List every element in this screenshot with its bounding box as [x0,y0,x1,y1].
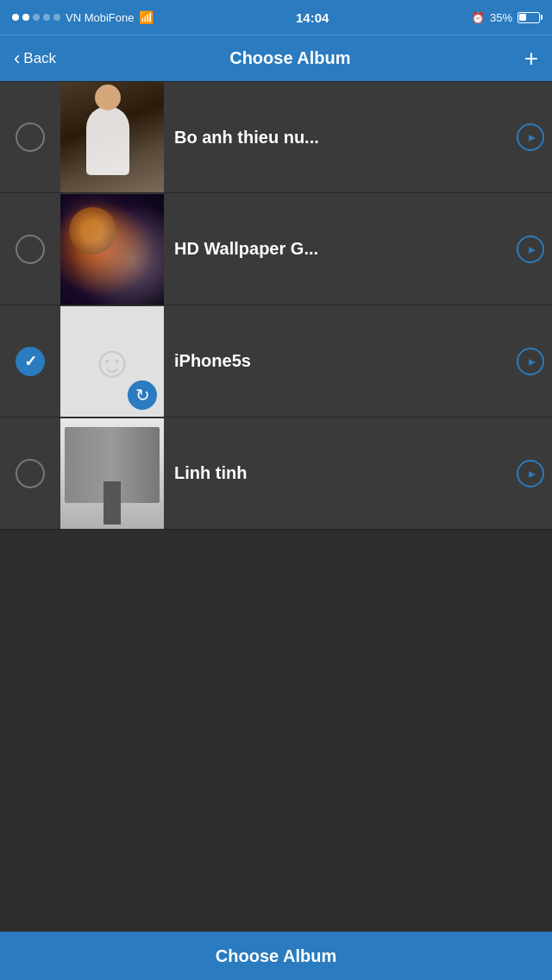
album-chevron-1[interactable]: ▸ [509,123,552,151]
back-chevron-icon: ‹ [14,47,20,70]
album-chevron-3[interactable]: ▸ [509,348,552,375]
album-info-2: HD Wallpaper G... [164,239,509,259]
sync-icon: ↻ [135,385,150,405]
wifi-icon: 📶 [139,10,154,24]
page-title: Choose Album [229,48,350,68]
album-thumbnail-4 [60,418,164,529]
chevron-button-2: ▸ [517,236,544,263]
album-name-4: Linh tinh [174,463,247,483]
album-list: Bo anh thieu nu... ▸ HD Wallpaper G... ▸… [0,81,552,530]
album-chevron-2[interactable]: ▸ [509,236,552,263]
album-select-1[interactable] [0,122,60,152]
album-info-1: Bo anh thieu nu... [164,128,509,148]
carrier-label: VN MobiFone [66,11,134,24]
sync-badge: ↻ [126,379,159,411]
list-item[interactable]: Bo anh thieu nu... ▸ [0,81,552,193]
status-left: VN MobiFone 📶 [12,10,154,24]
battery-icon [518,12,540,23]
signal-dots [12,14,60,21]
status-right: ⏰ 35% [471,11,540,24]
album-chevron-4[interactable]: ▸ [509,460,552,487]
back-button[interactable]: ‹ Back [14,47,56,70]
radio-circle-1 [16,122,45,152]
signal-dot-2 [22,14,29,21]
smiley-icon: ☺ [89,339,135,384]
list-item[interactable]: HD Wallpaper G... ▸ [0,193,552,305]
album-select-3[interactable]: ✓ [0,347,60,376]
bottom-title: Choose Album [216,946,336,966]
album-info-4: Linh tinh [164,463,509,483]
add-button[interactable]: + [524,47,538,71]
list-item[interactable]: ✓ ☺ ↻ iPhone5s ▸ [0,305,552,418]
chevron-arrow-icon-2: ▸ [529,242,535,256]
album-select-4[interactable] [0,459,60,488]
signal-dot-1 [12,14,19,21]
alarm-icon: ⏰ [471,11,485,24]
signal-dot-4 [43,14,50,21]
check-circle-3: ✓ [16,347,45,376]
chevron-button-4: ▸ [517,460,544,487]
chevron-button-1: ▸ [517,123,544,151]
nav-bar: ‹ Back Choose Album + [0,35,552,81]
chevron-arrow-icon-3: ▸ [529,355,535,368]
signal-dot-5 [53,14,60,21]
album-name-2: HD Wallpaper G... [174,239,318,259]
chevron-arrow-icon-4: ▸ [529,467,535,481]
radio-circle-2 [16,235,45,264]
list-item[interactable]: Linh tinh ▸ [0,418,552,530]
status-bar: VN MobiFone 📶 14:04 ⏰ 35% [0,0,552,35]
back-label: Back [23,50,56,67]
album-name-3: iPhone5s [174,351,251,371]
checkmark-icon: ✓ [24,352,37,371]
chevron-button-3: ▸ [517,348,544,375]
album-thumbnail-2 [60,194,164,305]
bottom-bar[interactable]: Choose Album [0,932,552,980]
chevron-arrow-icon-1: ▸ [529,130,535,144]
album-select-2[interactable] [0,235,60,264]
album-name-1: Bo anh thieu nu... [174,128,319,148]
signal-dot-3 [33,14,40,21]
album-thumbnail-1 [60,82,164,192]
album-info-3: iPhone5s [164,351,509,371]
radio-circle-4 [16,459,45,488]
clock: 14:04 [296,10,329,25]
battery-percent: 35% [490,11,512,24]
album-thumbnail-3: ☺ ↻ [60,306,164,417]
